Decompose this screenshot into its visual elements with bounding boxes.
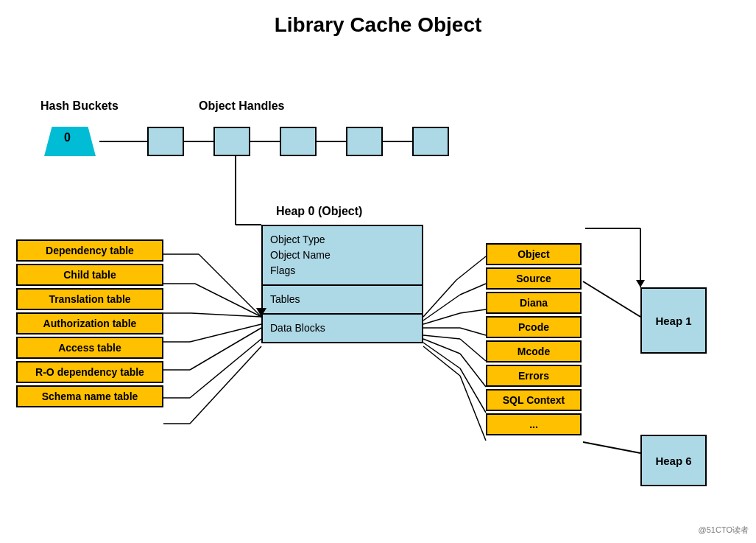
- right-col-group: Object Source Diana Pcode Mcode Errors S…: [486, 243, 582, 435]
- svg-line-27: [460, 309, 486, 313]
- svg-line-31: [460, 339, 486, 361]
- heap0-section-info: Object Type Object Name Flags: [263, 226, 422, 286]
- right-col-ellipsis: ...: [486, 413, 582, 435]
- heap6-box: Heap 6: [640, 435, 707, 486]
- svg-line-11: [195, 284, 261, 317]
- heap0-box: Object Type Object Name Flags Tables Dat…: [261, 225, 423, 343]
- svg-line-21: [190, 346, 261, 424]
- left-table-item-child: Child table: [16, 264, 163, 286]
- right-col-diana: Diana: [486, 292, 582, 314]
- svg-line-34: [423, 343, 460, 368]
- svg-line-8: [199, 254, 261, 317]
- svg-line-35: [460, 368, 486, 413]
- handle-box-4: [346, 127, 383, 156]
- handle-box-3: [280, 127, 317, 156]
- left-table-item-dependency: Dependency table: [16, 239, 163, 262]
- object-handles-label: Object Handles: [199, 99, 284, 113]
- right-col-sqlcontext: SQL Context: [486, 389, 582, 411]
- right-col-source: Source: [486, 267, 582, 290]
- svg-line-36: [423, 346, 460, 376]
- svg-line-25: [460, 284, 486, 295]
- handle-box-2: [213, 127, 250, 156]
- hash-buckets-label: Hash Buckets: [40, 99, 119, 113]
- heap0-label: Heap 0 (Object): [276, 205, 362, 218]
- svg-line-19: [190, 339, 261, 398]
- left-table-item-access: Access table: [16, 337, 163, 359]
- heap0-section-tables: Tables: [263, 286, 422, 315]
- svg-line-23: [456, 256, 486, 280]
- svg-line-30: [423, 335, 460, 339]
- svg-line-15: [190, 324, 261, 342]
- svg-line-13: [191, 313, 261, 317]
- heap0-section-datablocks: Data Blocks: [263, 315, 422, 342]
- heap0-object-name: Object Name: [270, 248, 414, 263]
- heap1-box: Heap 1: [640, 287, 707, 354]
- left-table-item-authorization: Authorization table: [16, 312, 163, 334]
- svg-line-42: [583, 442, 640, 453]
- svg-line-37: [460, 376, 486, 441]
- svg-line-33: [460, 354, 486, 387]
- right-col-pcode: Pcode: [486, 316, 582, 338]
- svg-line-32: [423, 339, 460, 354]
- left-table-group: Dependency table Child table Translation…: [16, 239, 163, 407]
- left-table-item-ro-dependency: R-O dependency table: [16, 361, 163, 383]
- handle-box-1: [147, 127, 184, 156]
- svg-line-38: [583, 281, 640, 317]
- right-col-errors: Errors: [486, 365, 582, 387]
- heap0-datablocks: Data Blocks: [270, 320, 414, 336]
- right-col-mcode: Mcode: [486, 340, 582, 362]
- svg-line-26: [423, 313, 460, 324]
- left-table-item-schema: Schema name table: [16, 385, 163, 407]
- svg-line-29: [460, 328, 486, 335]
- svg-line-22: [423, 280, 456, 317]
- bucket-zero-label: 0: [64, 131, 71, 144]
- left-table-item-translation: Translation table: [16, 288, 163, 310]
- heap0-flags: Flags: [270, 263, 414, 278]
- page-title: Library Cache Object: [0, 0, 756, 44]
- svg-line-24: [423, 295, 460, 320]
- heap0-tables: Tables: [270, 292, 414, 307]
- handle-box-5: [412, 127, 449, 156]
- svg-marker-41: [636, 280, 645, 287]
- svg-line-17: [190, 328, 261, 370]
- watermark: @51CTO读者: [699, 525, 749, 536]
- right-col-object: Object: [486, 243, 582, 265]
- heap0-object-type: Object Type: [270, 232, 414, 248]
